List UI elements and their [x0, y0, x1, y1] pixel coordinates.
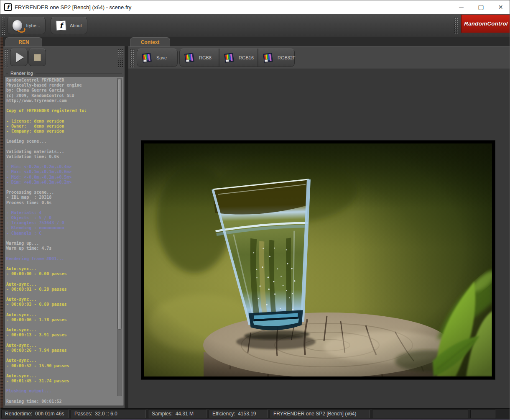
log-line: - Materials: 4: [6, 210, 116, 215]
panel-splitter[interactable]: [125, 46, 128, 408]
application-window: f FRYRENDER one SP2 [Bench] (x64) - scen…: [0, 0, 510, 420]
log-line: RandomControl FRYRENDER: [6, 78, 116, 83]
log-line: - 00:00:52 - 15.90 passes: [6, 364, 116, 369]
log-line: [6, 384, 116, 389]
log-line: - Max: <+0.1m,+0.1m,+0.6m>: [6, 169, 116, 174]
render-log-group-label: Render log: [6, 71, 122, 76]
context-panel: Save RGB8: [128, 46, 510, 408]
rgb16-button-label: RGB16: [239, 55, 254, 60]
statusbar-cell: [470, 410, 495, 418]
maximize-icon: ▢: [478, 3, 484, 11]
log-line: - Blending : nooooooooo: [6, 225, 116, 230]
about-button[interactable]: f About: [51, 17, 87, 34]
render-toolbar-grip-left[interactable]: [4, 49, 8, 67]
maximize-button[interactable]: ▢: [471, 0, 491, 14]
log-line: - Mid: <-0.0m,-0.1m,+0.5m>: [6, 175, 116, 180]
f-icon-letter: f: [59, 21, 63, 30]
log-line: Loading scene...: [6, 139, 116, 144]
log-line: Auto-sync...: [6, 282, 116, 287]
log-line: [6, 113, 116, 118]
log-line: Auto-sync...: [6, 343, 116, 348]
render-viewport[interactable]: [128, 69, 510, 409]
statusbar-cell: Efficiency: 4153.19: [209, 410, 268, 418]
tab-strip: REN Context: [0, 37, 510, 46]
log-line: [6, 394, 116, 399]
log-line: [6, 134, 116, 139]
statusbar-cell: Passes: 32.0 :: 6.0: [71, 410, 146, 418]
render-toolbar-grip-right[interactable]: [117, 49, 123, 67]
color-bars-icon: [184, 53, 195, 63]
statusbar-cell: [372, 410, 468, 418]
statusbar-cell: FRYRENDER one SP2 [Bench] (x64): [270, 410, 370, 418]
statusbar-cell: Rendertime: 00h 01m 46s: [1, 410, 69, 418]
log-line: - Company: demo version: [6, 129, 116, 134]
render-start-button[interactable]: [10, 49, 28, 66]
close-icon: ✕: [498, 4, 503, 10]
log-line: Warm up time: 4.7s: [6, 246, 116, 251]
log-line: [6, 353, 116, 358]
log-line: [6, 277, 116, 282]
context-toolbar-grip[interactable]: [130, 49, 135, 67]
log-line: Process time: 0.6s: [6, 200, 116, 205]
about-button-label: About: [70, 23, 82, 28]
log-line: [6, 323, 116, 328]
log-line: - 00:00:00 - 0.00 passes: [6, 271, 116, 277]
log-line: [6, 292, 116, 297]
log-line: Auto-sync...: [6, 297, 116, 302]
main-toolbar: frybe... f About RandomControl: [0, 14, 510, 37]
randomcontrol-logo: RandomControl: [461, 15, 510, 33]
console-scrollbar-thumb[interactable]: [117, 79, 122, 330]
console-scrollbar[interactable]: [117, 78, 122, 396]
log-line: by: Chema Guerra Garcia: [6, 88, 116, 93]
log-line: Warming up...: [6, 241, 116, 246]
log-line: Auto-sync...: [6, 266, 116, 271]
log-line: (c) 2009, RandomControl SLU: [6, 93, 116, 98]
log-line: - 00:00:01 - 0.28 passes: [6, 287, 116, 292]
minimize-button[interactable]: —: [451, 0, 471, 14]
log-line: - 00:00:03 - 0.89 passes: [6, 302, 116, 307]
log-line: Validating materials...: [6, 149, 116, 154]
tab-ren-label: REN: [18, 39, 29, 45]
color-bars-icon: [263, 53, 273, 63]
render-log-label-text: Render log: [10, 71, 33, 76]
rendered-image-frame: [141, 141, 495, 379]
tab-context-label: Context: [141, 39, 160, 45]
save-button[interactable]: Save: [137, 49, 178, 67]
render-panel: Render log RandomControl FRYRENDERPhysic…: [3, 46, 125, 408]
window-title: FRYRENDER one SP2 [Bench] (x64) - scene.…: [15, 4, 131, 10]
log-line: - 00:01:45 - 31.74 passes: [6, 379, 116, 384]
play-icon: [16, 52, 24, 62]
log-line: Auto-sync...: [6, 374, 116, 379]
logo-drag-handle[interactable]: [454, 17, 459, 34]
log-line: Rendering frame #001...: [6, 256, 116, 261]
log-line: - IBL map : 20318: [6, 195, 116, 200]
render-stop-button[interactable]: [28, 49, 46, 66]
log-line: Flushing output...: [6, 389, 116, 394]
tab-ren[interactable]: REN: [5, 37, 42, 46]
log-line: [6, 159, 116, 164]
close-button[interactable]: ✕: [491, 0, 510, 14]
tab-context[interactable]: Context: [130, 37, 170, 46]
frybe-button-label: frybe...: [26, 23, 40, 28]
render-log-console[interactable]: RandomControl FRYRENDERPhysically-based …: [4, 76, 124, 406]
app-icon: f: [4, 3, 12, 11]
log-line: - Objects : 5 / 0: [6, 215, 116, 220]
log-line: - 00:00:26 - 7.94 passes: [6, 348, 116, 353]
toolbar-drag-handle[interactable]: [1, 16, 6, 35]
log-line: - License: demo version: [6, 119, 116, 124]
log-line: - Owner: demo version: [6, 124, 116, 129]
rgb8-button[interactable]: RGB8: [179, 49, 219, 67]
log-line: Auto-sync...: [6, 358, 116, 363]
rgb8-button-label: RGB8: [199, 55, 212, 60]
rgb32f-button[interactable]: RGB32F: [258, 49, 295, 67]
log-line: [6, 251, 116, 256]
log-line: - Channels : C: [6, 231, 116, 236]
randomcontrol-logo-text: RandomControl: [464, 20, 508, 27]
log-line: [6, 185, 116, 190]
fryball-icon: [13, 20, 22, 31]
frybe-button[interactable]: frybe...: [7, 17, 46, 34]
log-line: Auto-sync...: [6, 328, 116, 333]
log-line: - 00:00:06 - 1.78 passes: [6, 318, 116, 323]
rgb16-button[interactable]: RGB16: [219, 49, 258, 67]
fryrender-f-icon: f: [56, 20, 66, 31]
